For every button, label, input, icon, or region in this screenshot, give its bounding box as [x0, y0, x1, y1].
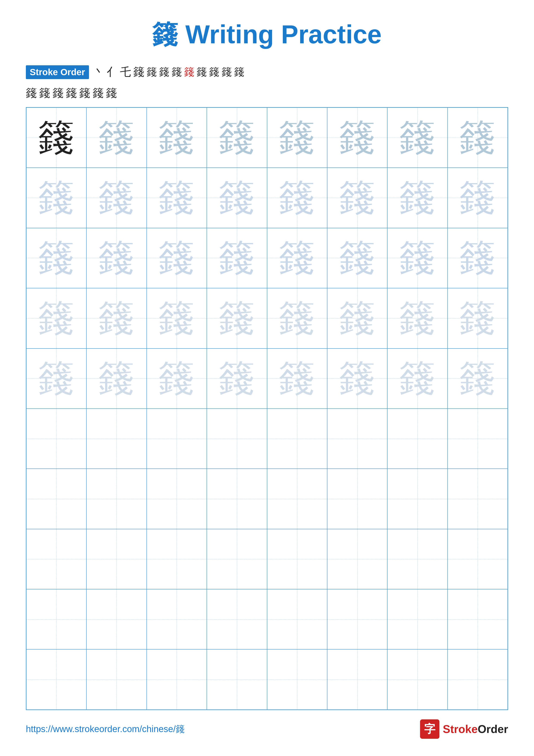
practice-char: 籛 [219, 240, 255, 276]
grid-cell-r7c3[interactable] [147, 469, 207, 529]
grid-cell-r2c6[interactable]: 籛 [327, 168, 387, 228]
grid-cell-r6c8[interactable] [447, 409, 508, 469]
grid-cell-r8c5[interactable] [267, 529, 327, 589]
grid-cell-r4c5[interactable]: 籛 [267, 288, 327, 348]
stroke-step-18: 籛 [93, 86, 104, 101]
grid-cell-r8c3[interactable] [147, 529, 207, 589]
grid-cell-r2c3[interactable]: 籛 [147, 168, 207, 228]
grid-cell-r2c8[interactable]: 籛 [447, 168, 508, 228]
grid-cell-r5c3[interactable]: 籛 [147, 348, 207, 409]
grid-cell-r7c6[interactable] [327, 469, 387, 529]
grid-cell-r5c8[interactable]: 籛 [447, 348, 508, 409]
grid-cell-r9c5[interactable] [267, 589, 327, 649]
grid-cell-r9c8[interactable] [447, 589, 508, 649]
grid-cell-r9c6[interactable] [327, 589, 387, 649]
grid-cell-r8c2[interactable] [87, 529, 146, 589]
grid-cell-r8c6[interactable] [327, 529, 387, 589]
practice-char: 籛 [399, 300, 436, 337]
grid-cell-r6c4[interactable] [207, 409, 267, 469]
stroke-step-3: 乇 [120, 65, 131, 79]
grid-cell-r2c7[interactable]: 籛 [387, 168, 447, 228]
grid-cell-r10c6[interactable] [327, 649, 387, 710]
footer-url[interactable]: https://www.strokeorder.com/chinese/籛 [26, 723, 185, 735]
practice-char: 籛 [219, 120, 255, 156]
grid-cell-r9c1[interactable] [26, 589, 87, 649]
grid-cell-r8c4[interactable] [207, 529, 267, 589]
grid-cell-r2c1[interactable]: 籛 [26, 168, 87, 228]
grid-cell-r2c2[interactable]: 籛 [87, 168, 146, 228]
grid-cell-r5c2[interactable]: 籛 [87, 348, 146, 409]
grid-cell-r4c2[interactable]: 籛 [87, 288, 146, 348]
grid-cell-r1c8[interactable]: 籛 [447, 108, 508, 168]
grid-cell-r6c2[interactable] [87, 409, 146, 469]
stroke-step-9: 籛 [197, 66, 207, 78]
grid-cell-r3c2[interactable]: 籛 [87, 228, 146, 288]
grid-cell-r1c4[interactable]: 籛 [207, 108, 267, 168]
grid-cell-r3c3[interactable]: 籛 [147, 228, 207, 288]
grid-cell-r7c2[interactable] [87, 469, 146, 529]
grid-cell-r7c1[interactable] [26, 469, 87, 529]
practice-char: 籛 [399, 360, 436, 397]
grid-cell-r10c8[interactable] [447, 649, 508, 710]
grid-cell-r5c7[interactable]: 籛 [387, 348, 447, 409]
grid-cell-r10c1[interactable] [26, 649, 87, 710]
grid-cell-r1c3[interactable]: 籛 [147, 108, 207, 168]
grid-cell-r7c7[interactable] [387, 469, 447, 529]
grid-cell-r2c4[interactable]: 籛 [207, 168, 267, 228]
grid-cell-r8c7[interactable] [387, 529, 447, 589]
grid-cell-r3c4[interactable]: 籛 [207, 228, 267, 288]
grid-cell-r7c5[interactable] [267, 469, 327, 529]
grid-cell-r4c8[interactable]: 籛 [447, 288, 508, 348]
title-character: 籛 [152, 20, 178, 49]
grid-cell-r6c5[interactable] [267, 409, 327, 469]
practice-char: 籛 [98, 179, 135, 216]
grid-cell-r6c6[interactable] [327, 409, 387, 469]
grid-cell-r3c6[interactable]: 籛 [327, 228, 387, 288]
grid-cell-r10c3[interactable] [147, 649, 207, 710]
grid-cell-r6c7[interactable] [387, 409, 447, 469]
grid-cell-r8c1[interactable] [26, 529, 87, 589]
grid-cell-r4c3[interactable]: 籛 [147, 288, 207, 348]
stroke-step-2: 亻 [107, 65, 118, 79]
grid-cell-r7c8[interactable] [447, 469, 508, 529]
stroke-step-6: 籛 [159, 66, 169, 78]
grid-cell-r6c3[interactable] [147, 409, 207, 469]
grid-cell-r3c7[interactable]: 籛 [387, 228, 447, 288]
grid-cell-r9c7[interactable] [387, 589, 447, 649]
grid-cell-r10c7[interactable] [387, 649, 447, 710]
page-title: 籛 Writing Practice [26, 17, 508, 52]
grid-cell-r10c2[interactable] [87, 649, 146, 710]
grid-cell-r3c8[interactable]: 籛 [447, 228, 508, 288]
grid-cell-r1c6[interactable]: 籛 [327, 108, 387, 168]
grid-cell-r6c1[interactable] [26, 409, 87, 469]
grid-cell-r5c4[interactable]: 籛 [207, 348, 267, 409]
grid-cell-r2c5[interactable]: 籛 [267, 168, 327, 228]
footer-brand: 字 StrokeOrder [420, 719, 508, 739]
practice-char: 籛 [339, 360, 376, 397]
grid-cell-r4c7[interactable]: 籛 [387, 288, 447, 348]
grid-cell-r4c6[interactable]: 籛 [327, 288, 387, 348]
grid-cell-r10c4[interactable] [207, 649, 267, 710]
grid-cell-r9c3[interactable] [147, 589, 207, 649]
grid-cell-r8c8[interactable] [447, 529, 508, 589]
grid-cell-r5c6[interactable]: 籛 [327, 348, 387, 409]
grid-cell-r1c7[interactable]: 籛 [387, 108, 447, 168]
grid-cell-r4c4[interactable]: 籛 [207, 288, 267, 348]
grid-cell-r3c5[interactable]: 籛 [267, 228, 327, 288]
grid-cell-r5c1[interactable]: 籛 [26, 348, 87, 409]
grid-cell-r1c2[interactable]: 籛 [87, 108, 146, 168]
page: 籛 Writing Practice Stroke Order 丶 亻 乇 籛 … [0, 0, 534, 756]
grid-cell-r9c2[interactable] [87, 589, 146, 649]
stroke-sequence-row1: 丶 亻 乇 籛 籛 籛 籛 籛 籛 籛 籛 籛 [93, 65, 244, 79]
grid-cell-r7c4[interactable] [207, 469, 267, 529]
grid-cell-r10c5[interactable] [267, 649, 327, 710]
grid-cell-r3c1[interactable]: 籛 [26, 228, 87, 288]
practice-char: 籛 [158, 300, 195, 337]
stroke-step-13: 籛 [26, 86, 37, 101]
grid-cell-r9c4[interactable] [207, 589, 267, 649]
grid-cell-r1c1[interactable]: 籛 [26, 108, 87, 168]
grid-cell-r5c5[interactable]: 籛 [267, 348, 327, 409]
grid-cell-r1c5[interactable]: 籛 [267, 108, 327, 168]
footer: https://www.strokeorder.com/chinese/籛 字 … [26, 719, 508, 739]
grid-cell-r4c1[interactable]: 籛 [26, 288, 87, 348]
